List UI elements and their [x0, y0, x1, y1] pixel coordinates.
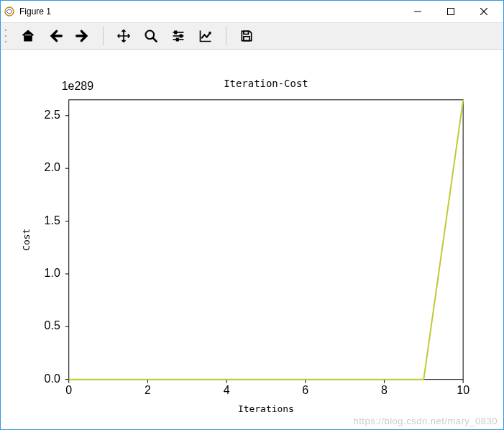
arrow-right-icon — [75, 29, 90, 43]
maximize-button[interactable] — [434, 1, 467, 22]
svg-text:2.0: 2.0 — [45, 161, 60, 173]
svg-text:1.0: 1.0 — [45, 267, 60, 279]
svg-text:2: 2 — [145, 384, 151, 396]
chart-svg: 02468100.00.51.01.52.02.51e289Iterations… — [1, 50, 503, 429]
svg-rect-13 — [244, 31, 249, 34]
svg-rect-11 — [180, 35, 183, 37]
svg-text:Iterations: Iterations — [238, 403, 294, 414]
svg-line-6 — [153, 38, 157, 42]
toolbar-separator — [103, 27, 104, 45]
svg-text:8: 8 — [381, 384, 388, 396]
save-icon — [239, 29, 254, 43]
window-title: Figure 1 — [19, 6, 51, 17]
back-button[interactable] — [42, 25, 68, 47]
arrow-left-icon — [48, 29, 63, 43]
toolbar-separator — [226, 27, 226, 45]
svg-point-5 — [146, 31, 155, 40]
svg-rect-12 — [177, 38, 179, 40]
zoom-button[interactable] — [138, 25, 164, 47]
svg-rect-2 — [448, 9, 454, 15]
chart-line-icon — [198, 29, 213, 43]
configure-button[interactable] — [165, 25, 191, 47]
forward-button[interactable] — [70, 25, 96, 47]
svg-rect-10 — [175, 31, 177, 33]
app-icon — [4, 6, 15, 17]
move-icon — [116, 29, 131, 43]
home-icon — [21, 29, 35, 43]
svg-text:0.5: 0.5 — [45, 319, 60, 331]
sliders-icon — [171, 29, 185, 43]
svg-text:0: 0 — [65, 384, 72, 396]
matplotlib-toolbar — [1, 22, 503, 50]
window-titlebar: Figure 1 — [1, 1, 503, 22]
svg-text:0.0: 0.0 — [45, 372, 60, 385]
minimize-button[interactable] — [401, 1, 434, 22]
window-controls — [401, 1, 500, 22]
svg-text:Cost: Cost — [21, 229, 32, 251]
zoom-icon — [144, 29, 158, 43]
toolbar-grip — [5, 27, 9, 45]
svg-text:1.5: 1.5 — [45, 214, 60, 227]
svg-text:6: 6 — [302, 384, 308, 396]
edit-axes-button[interactable] — [193, 25, 219, 47]
svg-rect-15 — [69, 100, 463, 380]
svg-rect-14 — [244, 37, 249, 41]
save-button[interactable] — [234, 25, 260, 47]
svg-text:Iteration-Cost: Iteration-Cost — [224, 78, 308, 89]
close-button[interactable] — [467, 1, 500, 22]
svg-text:4: 4 — [224, 384, 230, 396]
svg-text:10: 10 — [457, 384, 469, 396]
svg-text:2.5: 2.5 — [45, 109, 60, 121]
pan-button[interactable] — [111, 25, 137, 47]
home-button[interactable] — [15, 25, 41, 47]
plot-canvas[interactable]: 02468100.00.51.01.52.02.51e289Iterations… — [1, 50, 503, 429]
svg-text:1e289: 1e289 — [62, 80, 93, 92]
